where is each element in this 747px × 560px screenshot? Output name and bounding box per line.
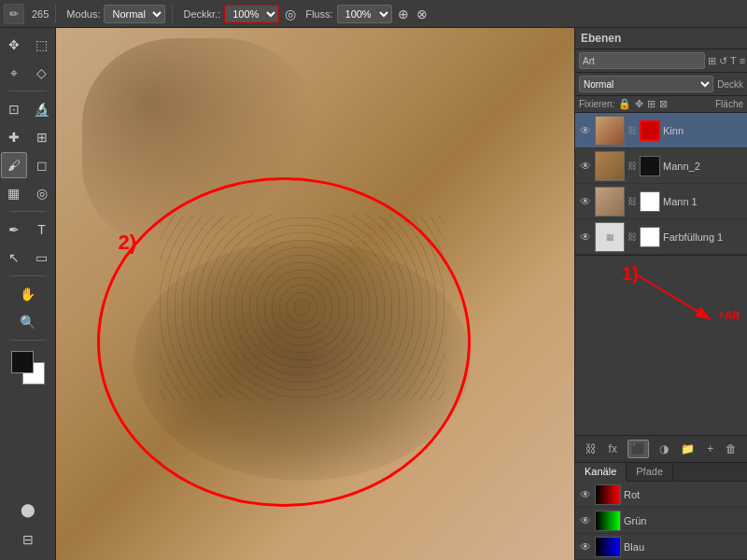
layers-search-input[interactable] [579, 52, 705, 69]
layers-list: 👁 ⛓ Kinn 👁 ⛓ Mann_2 👁 [575, 113, 747, 435]
modus-dropdown[interactable]: Normal [104, 5, 165, 23]
fix-icon-lock[interactable]: 🔒 [618, 98, 631, 110]
annotation-label-1: 1) [622, 263, 639, 285]
deckraft-dropdown[interactable]: 100% [224, 5, 279, 23]
layer-eye-kinn[interactable]: 👁 [579, 124, 592, 137]
fluss-dropdown[interactable]: 100% [337, 5, 392, 23]
tool-screen[interactable]: ⊟ [15, 526, 41, 553]
blend-mode-row: Normal Deckk [575, 73, 747, 96]
layer-chain-mann1: ⛓ [627, 196, 637, 206]
tool-hand[interactable]: ✋ [15, 281, 41, 307]
tool-eraser[interactable]: ◻ [29, 152, 55, 178]
blend-mode-select[interactable]: Normal [579, 76, 713, 92]
tool-zoom[interactable]: 🔍 [15, 309, 41, 335]
modus-label: Modus: [66, 8, 100, 20]
channel-thumb-rot [595, 484, 621, 505]
channel-name-blau: Blau [624, 541, 644, 553]
channel-blau[interactable]: 👁 Blau [575, 534, 747, 560]
tool-mode-toggle[interactable]: ⬤ [15, 497, 41, 523]
canvas-area[interactable]: 2) [56, 28, 574, 560]
extra-icon1[interactable]: ⊕ [396, 7, 411, 21]
tab-kanale[interactable]: Kanäle [575, 463, 627, 482]
tool-shape[interactable]: ▭ [29, 245, 55, 271]
tool-text[interactable]: T [29, 217, 55, 243]
svg-line-0 [636, 274, 711, 319]
fix-label: Fixieren: [579, 99, 614, 109]
layers-btn-group[interactable]: 📁 [679, 441, 697, 457]
layer-thumb-mann2 [595, 151, 625, 181]
layer-item-farb[interactable]: 👁 ▦ ⛓ Farbfüllung 1 [575, 219, 747, 255]
channel-rot[interactable]: 👁 Rot [575, 482, 747, 508]
layers-btn-delete[interactable]: 🗑 [724, 441, 739, 457]
fix-icon-art[interactable]: ⊞ [647, 98, 655, 110]
layer-mask-farb [640, 227, 660, 247]
layers-icon-2[interactable]: ↺ [719, 55, 727, 67]
channel-name-gruen: Grün [624, 515, 646, 526]
fix-icon-all[interactable]: ⊠ [659, 98, 668, 110]
layer-eye-farb[interactable]: 👁 [579, 231, 592, 244]
tool-pen[interactable]: ✒ [1, 217, 27, 243]
tool-lasso[interactable]: ⌖ [1, 60, 27, 86]
color-swatches[interactable] [11, 351, 45, 385]
layers-btn-fx[interactable]: fx [607, 441, 619, 457]
tool-group-gradient: ▦ ◎ [1, 180, 55, 206]
layers-btn-adjust[interactable]: ◑ [657, 441, 670, 457]
deckraft-label: Deckkr.: [183, 8, 220, 20]
tool-path-select[interactable]: ↖ [1, 245, 27, 271]
left-toolbar: ✥ ⬚ ⌖ ◇ ⊡ 🔬 ✚ ⊞ 🖌 ◻ ▦ ◎ ✒ T ↖ [0, 28, 56, 560]
channel-thumb-gruen [595, 511, 621, 531]
sep2 [9, 211, 47, 212]
fix-icon-move[interactable]: ✥ [635, 98, 643, 110]
layer-chain-farb: ⛓ [627, 231, 637, 242]
tool-brush[interactable]: 🖌 [1, 152, 27, 178]
channel-eye-gruen[interactable]: 👁 [579, 514, 592, 527]
layer-chain-mann2: ⛓ [627, 161, 637, 171]
tool-gradient[interactable]: ▦ [1, 180, 27, 206]
layer-eye-mann1[interactable]: 👁 [579, 195, 592, 208]
layer-thumb-kinn [595, 116, 625, 146]
tool-group-pen: ✒ T [1, 217, 55, 243]
brush-size-label: 265 [32, 8, 49, 20]
layer-mask-mann1 [640, 191, 660, 212]
tool-group-brush: 🖌 ◻ [1, 152, 55, 178]
tab-pfade[interactable]: Pfade [627, 463, 673, 481]
layers-title: Ebenen [581, 32, 621, 45]
tool-crop[interactable]: ⊡ [1, 96, 27, 122]
layers-annotation-area: 1) +Alt [575, 255, 747, 329]
layer-item-mann1[interactable]: 👁 ⛓ Mann 1 [575, 184, 747, 219]
layers-icon-1[interactable]: ⊞ [708, 55, 716, 67]
tool-group-path: ↖ ▭ [1, 245, 55, 271]
fix-row: Fixieren: 🔒 ✥ ⊞ ⊠ Fläche [575, 96, 747, 113]
layer-name-mann2: Mann_2 [663, 161, 743, 172]
tool-blur[interactable]: ◎ [29, 180, 55, 206]
foreground-color[interactable] [11, 351, 34, 373]
tool-stamp[interactable]: ⊞ [29, 124, 55, 150]
layer-item-kinn[interactable]: 👁 ⛓ Kinn [575, 113, 747, 148]
main-area: ✥ ⬚ ⌖ ◇ ⊡ 🔬 ✚ ⊞ 🖌 ◻ ▦ ◎ ✒ T ↖ [0, 28, 747, 560]
channel-thumb-blau [595, 537, 621, 557]
layer-chain-kinn: ⛓ [627, 125, 637, 135]
layer-name-kinn: Kinn [663, 125, 743, 136]
layer-thumb-farb: ▦ [595, 222, 625, 252]
layers-search-bar: ⊞ ↺ T ≡ [575, 49, 747, 73]
layer-item-mann2[interactable]: 👁 ⛓ Mann_2 [575, 148, 747, 184]
tool-move[interactable]: ✥ [1, 32, 27, 58]
airbrush-icon[interactable]: ◎ [283, 7, 298, 21]
layers-icon-3[interactable]: ≡ [740, 55, 745, 66]
tool-eyedrop[interactable]: 🔬 [29, 96, 55, 122]
layers-btn-link[interactable]: ⛓ [584, 441, 599, 457]
annotation-alt-label: +Alt [718, 309, 740, 322]
channel-gruen[interactable]: 👁 Grün [575, 508, 747, 534]
tool-heal[interactable]: ✚ [1, 124, 27, 150]
tool-pencil[interactable]: ✏ [4, 4, 24, 24]
layers-icon-t[interactable]: T [730, 55, 737, 66]
tool-artboard[interactable]: ⬚ [29, 32, 55, 58]
layers-btn-mask[interactable]: ⬛ [627, 440, 649, 458]
layer-eye-mann2[interactable]: 👁 [579, 160, 592, 173]
layers-btn-new[interactable]: + [705, 441, 715, 457]
tool-magic[interactable]: ◇ [29, 60, 55, 86]
extra-icon2[interactable]: ⊗ [415, 7, 430, 21]
channel-eye-rot[interactable]: 👁 [579, 488, 592, 501]
channel-name-rot: Rot [624, 489, 640, 500]
channel-eye-blau[interactable]: 👁 [579, 540, 592, 553]
